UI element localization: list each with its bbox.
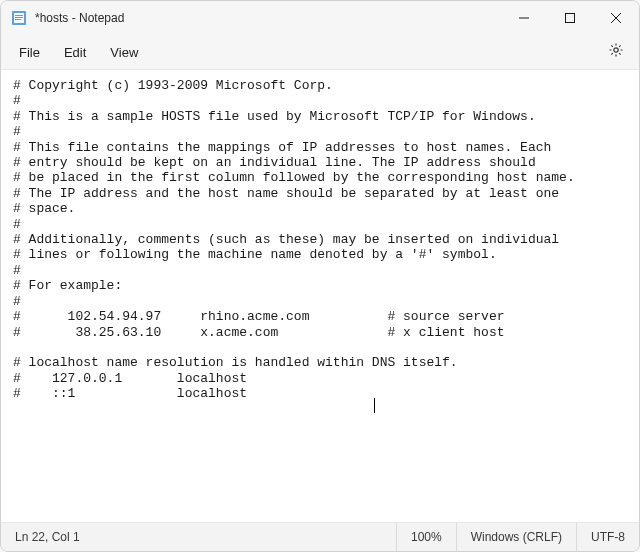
notepad-app-icon bbox=[11, 10, 27, 26]
maximize-button[interactable] bbox=[547, 1, 593, 35]
menu-view[interactable]: View bbox=[98, 39, 150, 66]
close-button[interactable] bbox=[593, 1, 639, 35]
menu-file[interactable]: File bbox=[7, 39, 52, 66]
settings-button[interactable] bbox=[599, 35, 633, 69]
status-cursor-position[interactable]: Ln 22, Col 1 bbox=[1, 523, 94, 551]
title-bar: *hosts - Notepad bbox=[1, 1, 639, 35]
svg-rect-3 bbox=[15, 17, 23, 18]
svg-rect-5 bbox=[566, 14, 575, 23]
editor-content: # Copyright (c) 1993-2009 Microsoft Corp… bbox=[13, 78, 575, 401]
status-bar: Ln 22, Col 1 100% Windows (CRLF) UTF-8 bbox=[1, 523, 639, 551]
window-title: *hosts - Notepad bbox=[35, 11, 124, 25]
svg-point-6 bbox=[614, 48, 618, 52]
menu-bar: File Edit View bbox=[1, 35, 639, 69]
minimize-button[interactable] bbox=[501, 1, 547, 35]
status-line-ending[interactable]: Windows (CRLF) bbox=[456, 523, 576, 551]
text-editor[interactable]: # Copyright (c) 1993-2009 Microsoft Corp… bbox=[1, 69, 639, 523]
window-controls bbox=[501, 1, 639, 35]
gear-icon bbox=[608, 42, 624, 62]
status-zoom[interactable]: 100% bbox=[396, 523, 456, 551]
menu-edit[interactable]: Edit bbox=[52, 39, 98, 66]
text-caret bbox=[374, 398, 375, 413]
svg-rect-4 bbox=[15, 19, 21, 20]
status-encoding[interactable]: UTF-8 bbox=[576, 523, 639, 551]
svg-rect-2 bbox=[15, 15, 23, 16]
